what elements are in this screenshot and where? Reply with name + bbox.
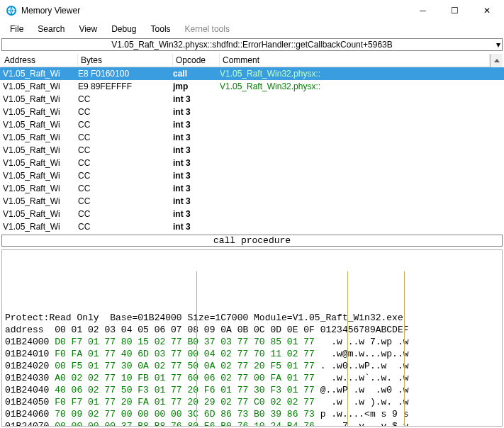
menu-bar: File Search View Debug Tools Kernel tool… (0, 21, 504, 37)
cell-opcode: int 3 (173, 93, 220, 106)
disasm-row[interactable]: V1.05_Raft_WiCCint 3 (0, 208, 504, 220)
disasm-row[interactable]: V1.05_Raft_WiCCint 3 (0, 195, 504, 208)
close-button[interactable]: ✕ (471, 1, 503, 21)
hex-header: address 00 01 02 03 04 05 06 07 08 09 0A… (5, 324, 499, 336)
cell-bytes: CC (78, 182, 173, 195)
hex-row[interactable]: 01B24020 00 F5 01 77 30 0A 02 77 50 0A 0… (5, 360, 499, 372)
cell-opcode: int 3 (173, 220, 220, 233)
cell-comment (220, 220, 503, 233)
hex-pane[interactable]: Protect:Read Only Base=01B24000 Size=1C7… (1, 249, 503, 427)
disasm-row[interactable]: V1.05_Raft_WiCCint 3 (0, 93, 504, 106)
cell-address: V1.05_Raft_Wi (1, 118, 78, 131)
cell-bytes: CC (78, 195, 173, 208)
hex-info: Protect:Read Only Base=01B24000 Size=1C7… (5, 312, 499, 324)
hex-row[interactable]: 01B24040 40 06 02 77 50 F3 01 77 20 F6 0… (5, 384, 499, 396)
cell-comment: V1.05_Raft_Win32.physx:: (220, 80, 503, 93)
title-bar: Memory Viewer ─ ☐ ✕ (0, 0, 504, 21)
minimize-button[interactable]: ─ (407, 1, 439, 21)
cell-opcode: call (173, 67, 220, 80)
cell-bytes: E9 89FEFFFF (78, 80, 173, 93)
cell-bytes: E8 F0160100 (78, 67, 173, 80)
hex-row[interactable]: 01B24000 D0 F7 01 77 80 15 02 77 B0 37 0… (5, 336, 499, 348)
cell-address: V1.05_Raft_Wi (1, 220, 78, 233)
disasm-headers: Address Bytes Opcode Comment (0, 52, 504, 67)
hex-row[interactable]: 01B24050 F0 F7 01 77 20 FA 01 77 20 29 0… (5, 396, 499, 408)
cell-opcode: int 3 (173, 118, 220, 131)
menu-tools[interactable]: Tools (144, 23, 178, 35)
cell-comment (220, 118, 503, 131)
cell-address: V1.05_Raft_Wi (1, 208, 78, 220)
disasm-row[interactable]: V1.05_Raft_WiCCint 3 (0, 131, 504, 144)
cell-opcode: int 3 (173, 182, 220, 195)
cell-address: V1.05_Raft_Wi (1, 169, 78, 182)
dropdown-icon[interactable]: ▾ (496, 40, 500, 50)
hex-row[interactable]: 01B24060 70 09 02 77 00 00 00 00 3C 6D 8… (5, 408, 499, 420)
disasm-row[interactable]: V1.05_Raft_WiCCint 3 (0, 182, 504, 195)
cell-address: V1.05_Raft_Wi (1, 67, 78, 80)
disasm-row[interactable]: V1.05_Raft_WiCCint 3 (0, 157, 504, 169)
menu-search[interactable]: Search (30, 23, 72, 35)
cell-bytes: CC (78, 93, 173, 106)
cell-bytes: CC (78, 157, 173, 169)
cell-bytes: CC (78, 208, 173, 220)
status-bar: call procedure (1, 235, 503, 247)
disasm-row[interactable]: V1.05_Raft_WiE8 F0160100callV1.05_Raft_W… (0, 67, 504, 80)
disassembly-list[interactable]: V1.05_Raft_WiE8 F0160100callV1.05_Raft_W… (0, 67, 504, 233)
cell-opcode: jmp (173, 80, 220, 93)
cell-comment (220, 93, 503, 106)
app-icon (6, 5, 17, 16)
cell-opcode: int 3 (173, 144, 220, 157)
cell-bytes: CC (78, 220, 173, 233)
cell-comment (220, 106, 503, 118)
scroll-up-button[interactable] (490, 54, 503, 67)
header-opcode[interactable]: Opcode (173, 54, 220, 67)
cell-comment (220, 182, 503, 195)
cell-bytes: CC (78, 106, 173, 118)
disasm-row[interactable]: V1.05_Raft_WiCCint 3 (0, 220, 504, 233)
hex-row[interactable]: 01B24030 A0 02 02 77 10 FB 01 77 60 06 0… (5, 372, 499, 384)
cell-address: V1.05_Raft_Wi (1, 106, 78, 118)
address-bar[interactable]: V1.05_Raft_Win32.physx::shdfnd::ErrorHan… (1, 38, 503, 51)
cell-address: V1.05_Raft_Wi (1, 144, 78, 157)
disasm-row[interactable]: V1.05_Raft_WiCCint 3 (0, 106, 504, 118)
header-address[interactable]: Address (1, 54, 78, 67)
cell-bytes: CC (78, 144, 173, 157)
address-bar-text: V1.05_Raft_Win32.physx::shdfnd::ErrorHan… (111, 40, 393, 50)
hex-row[interactable]: 01B24010 F0 FA 01 77 40 6D 03 77 00 04 0… (5, 348, 499, 360)
window-title: Memory Viewer (21, 6, 80, 16)
disasm-row[interactable]: V1.05_Raft_WiCCint 3 (0, 169, 504, 182)
cell-address: V1.05_Raft_Wi (1, 195, 78, 208)
cell-address: V1.05_Raft_Wi (1, 182, 78, 195)
menu-debug[interactable]: Debug (104, 23, 143, 35)
cell-address: V1.05_Raft_Wi (1, 80, 78, 93)
cell-bytes: CC (78, 118, 173, 131)
cell-address: V1.05_Raft_Wi (1, 157, 78, 169)
header-comment[interactable]: Comment (220, 54, 490, 67)
menu-view[interactable]: View (72, 23, 104, 35)
cell-comment (220, 208, 503, 220)
cell-comment: V1.05_Raft_Win32.physx:: (220, 67, 503, 80)
cell-bytes: CC (78, 131, 173, 144)
header-bytes[interactable]: Bytes (78, 54, 173, 67)
cell-comment (220, 131, 503, 144)
disasm-row[interactable]: V1.05_Raft_WiCCint 3 (0, 118, 504, 131)
menu-file[interactable]: File (3, 23, 30, 35)
hex-row[interactable]: 01B24070 00 00 00 00 37 B8 B8 76 80 E6 B… (5, 420, 499, 427)
cell-opcode: int 3 (173, 208, 220, 220)
cell-comment (220, 195, 503, 208)
cell-address: V1.05_Raft_Wi (1, 93, 78, 106)
cell-opcode: int 3 (173, 195, 220, 208)
disasm-row[interactable]: V1.05_Raft_WiCCint 3 (0, 144, 504, 157)
disasm-row[interactable]: V1.05_Raft_WiE9 89FEFFFFjmpV1.05_Raft_Wi… (0, 80, 504, 93)
cell-comment (220, 157, 503, 169)
cell-opcode: int 3 (173, 169, 220, 182)
cell-comment (220, 169, 503, 182)
cell-comment (220, 144, 503, 157)
maximize-button[interactable]: ☐ (439, 1, 471, 21)
cell-address: V1.05_Raft_Wi (1, 131, 78, 144)
menu-kernel-tools: Kernel tools (178, 23, 237, 35)
cell-bytes: CC (78, 169, 173, 182)
cell-opcode: int 3 (173, 106, 220, 118)
cell-opcode: int 3 (173, 131, 220, 144)
cell-opcode: int 3 (173, 157, 220, 169)
